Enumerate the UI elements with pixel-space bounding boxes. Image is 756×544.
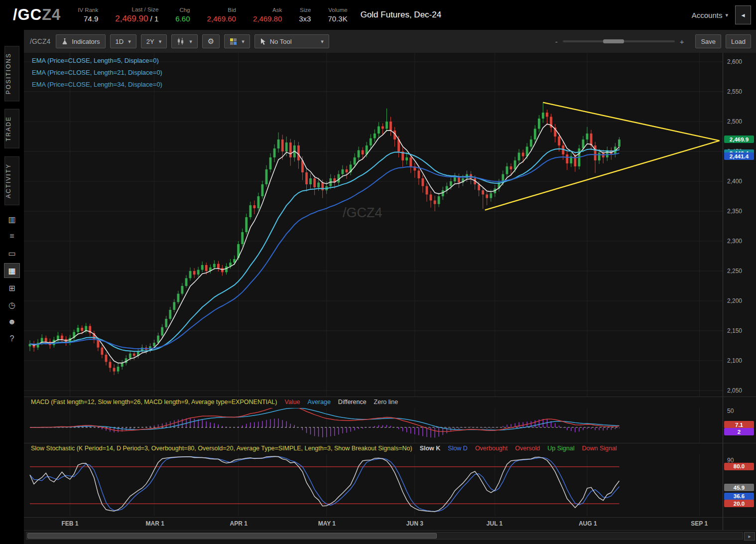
trading-app: /GCZ4 IV Rank 74.9 Last / Size 2,469.90 … xyxy=(0,0,756,544)
zoom-out-button[interactable]: - xyxy=(555,37,558,46)
stat-volume: Volume 70.3K xyxy=(328,7,347,23)
time-axis-label: SEP 1 xyxy=(691,520,708,527)
price-axis-tick: 2,100 xyxy=(727,357,742,364)
study-labels: EMA (Price=CLOSE, Length=5, Displace=0) … xyxy=(32,57,162,93)
chart-watermark: /GCZ4 xyxy=(343,205,382,220)
stochastic-axis[interactable]: 9080.045.936.620.0 xyxy=(723,443,756,517)
price-axis-tick: 2,050 xyxy=(727,387,742,394)
left-sidebar: POSITIONS TRADE ACTIVITY ▥ ≡ ▭ ▦ ⊞ ◷ ☻ ? xyxy=(0,30,24,544)
grid-icon[interactable]: ⊞ xyxy=(4,281,19,295)
accounts-dropdown[interactable]: Accounts ▾ xyxy=(692,11,728,19)
price-axis-tick: 2,350 xyxy=(727,208,742,215)
list-icon[interactable]: ≡ xyxy=(4,229,19,243)
chart-scrollbar: ▸ xyxy=(24,530,756,540)
stochastic-canvas[interactable] xyxy=(24,454,723,516)
macd-legend-average: Average xyxy=(308,399,331,406)
settings-button[interactable]: ⚙ xyxy=(202,34,220,48)
symbol-month: Z4 xyxy=(42,6,61,23)
bar-chart-icon[interactable]: ▥ xyxy=(4,212,19,226)
toolbar-symbol-field[interactable]: /GCZ4 xyxy=(30,37,50,45)
macd-legend-value: Value xyxy=(284,399,300,406)
chart-style-dropdown[interactable]: ▾ xyxy=(224,34,250,48)
price-axis-tick: 2,550 xyxy=(727,88,742,95)
candlestick-chart-canvas[interactable]: /GCZ4 xyxy=(24,53,723,397)
sidebar-tab-activity[interactable]: ACTIVITY xyxy=(4,156,19,205)
style-grid-icon xyxy=(230,38,237,45)
zoom-slider[interactable] xyxy=(563,40,675,42)
time-axis-label: APR 1 xyxy=(230,520,248,527)
axis-corner xyxy=(723,518,756,530)
ema34-label[interactable]: EMA (Price=CLOSE, Length=34, Displace=0) xyxy=(32,81,162,88)
flask-icon xyxy=(61,38,68,45)
contract-description: Gold Futures, Dec-24 xyxy=(361,10,442,20)
scrollbar-track[interactable] xyxy=(26,532,743,540)
price-axis-tick: 2,500 xyxy=(727,118,742,125)
stat-iv-rank: IV Rank 74.9 xyxy=(78,7,98,23)
scrollbar-thumb[interactable] xyxy=(27,533,437,539)
chart-pattern-icon[interactable]: ▦ xyxy=(4,263,20,278)
stoch-legend-downsignal: Down Signal xyxy=(582,445,617,452)
collapse-panel-button[interactable]: ◂ xyxy=(735,5,751,24)
stochastic-label-row: Slow Stochastic (K Period=14, D Period=3… xyxy=(31,445,617,452)
sidebar-tab-trade[interactable]: TRADE xyxy=(4,109,19,148)
price-badge: 2,441.4 xyxy=(724,152,754,160)
indicators-button[interactable]: Indicators xyxy=(56,34,105,48)
price-panel: EMA (Price=CLOSE, Length=5, Displace=0) … xyxy=(24,53,756,397)
time-axis-label: FEB 1 xyxy=(62,520,79,527)
drawing-tool-dropdown[interactable]: No Tool ▾ xyxy=(254,34,329,48)
stoch-badge: 36.6 xyxy=(724,493,754,500)
time-axis-label: JUL 1 xyxy=(487,520,503,527)
sidebar-icon-rail: ▥ ≡ ▭ ▦ ⊞ ◷ ☻ ? xyxy=(0,212,24,346)
macd-value-badge: 7.1 xyxy=(724,421,754,428)
clock-icon[interactable]: ◷ xyxy=(4,298,19,312)
monitor-icon[interactable]: ▭ xyxy=(4,246,19,260)
zoom-in-button[interactable]: + xyxy=(680,37,684,46)
macd-chart-area[interactable]: MACD (Fast length=12, Slow length=26, MA… xyxy=(24,397,723,443)
ema5-label[interactable]: EMA (Price=CLOSE, Length=5, Displace=0) xyxy=(32,57,162,64)
price-axis-tick: 2,150 xyxy=(727,327,742,334)
symbol-title: /GCZ4 xyxy=(13,6,61,24)
load-button[interactable]: Load xyxy=(726,34,751,48)
price-axis-tick: 2,400 xyxy=(727,178,742,185)
chevron-down-icon: ▾ xyxy=(159,38,162,45)
stoch-badge: 20.0 xyxy=(724,500,754,507)
price-axis-tick: 2,250 xyxy=(727,268,742,274)
range-dropdown[interactable]: 2Y ▾ xyxy=(141,34,167,48)
stochastic-panel: Slow Stochastic (K Period=14, D Period=3… xyxy=(24,443,756,517)
chevron-down-icon: ▾ xyxy=(725,12,728,18)
zoom-slider-thumb[interactable] xyxy=(603,39,624,43)
macd-axis[interactable]: 507.12 xyxy=(723,397,756,443)
sidebar-tab-positions[interactable]: POSITIONS xyxy=(4,46,19,101)
stoch-legend-oversold: Oversold xyxy=(515,445,540,452)
chevron-down-icon: ▾ xyxy=(321,38,324,45)
stoch-badge: 80.0 xyxy=(724,463,754,470)
macd-legend-difference: Difference xyxy=(338,399,367,406)
macd-legend-zeroline: Zero line xyxy=(374,399,398,406)
help-icon[interactable]: ? xyxy=(4,332,19,346)
timeframe-dropdown[interactable]: 1D ▾ xyxy=(110,34,136,48)
macd-study-label[interactable]: MACD (Fast length=12, Slow length=26, MA… xyxy=(31,399,277,406)
stat-chg: Chg 6.60 xyxy=(175,7,190,23)
candlestick-icon xyxy=(177,38,185,45)
symbol-root: /GC xyxy=(13,6,42,23)
price-chart-area[interactable]: EMA (Price=CLOSE, Length=5, Displace=0) … xyxy=(24,53,723,397)
stat-last-size: Last / Size 2,469.90 / 1 xyxy=(115,6,158,24)
stochastic-study-label[interactable]: Slow Stochastic (K Period=14, D Period=3… xyxy=(31,445,412,452)
users-icon[interactable]: ☻ xyxy=(4,315,19,329)
stat-ask: Ask 2,469.80 xyxy=(253,7,282,23)
stat-bid: Bid 2,469.60 xyxy=(207,7,236,23)
stochastic-chart-area[interactable]: Slow Stochastic (K Period=14, D Period=3… xyxy=(24,443,723,517)
chart-type-dropdown[interactable]: ▾ xyxy=(171,34,198,48)
chevron-down-icon: ▾ xyxy=(189,38,192,45)
save-button[interactable]: Save xyxy=(695,34,721,48)
price-axis-tick: 2,600 xyxy=(727,58,742,65)
stoch-legend-slowk: Slow K xyxy=(420,445,441,452)
stoch-legend-slowd: Slow D xyxy=(448,445,468,452)
scroll-right-button[interactable]: ▸ xyxy=(744,532,755,541)
macd-diff-badge: 2 xyxy=(724,428,754,435)
chart-toolbar: /GCZ4 Indicators 1D ▾ 2Y ▾ ▾ ⚙ xyxy=(24,30,756,53)
time-axis[interactable]: FEB 1MAR 1APR 1MAY 1JUN 3JUL 1AUG 1SEP 1 xyxy=(24,518,723,530)
ema21-label[interactable]: EMA (Price=CLOSE, Length=21, Displace=0) xyxy=(32,69,162,76)
macd-canvas[interactable] xyxy=(24,408,723,443)
price-axis[interactable]: 2,6002,5502,5002,4502,4002,3502,3002,250… xyxy=(723,53,756,397)
